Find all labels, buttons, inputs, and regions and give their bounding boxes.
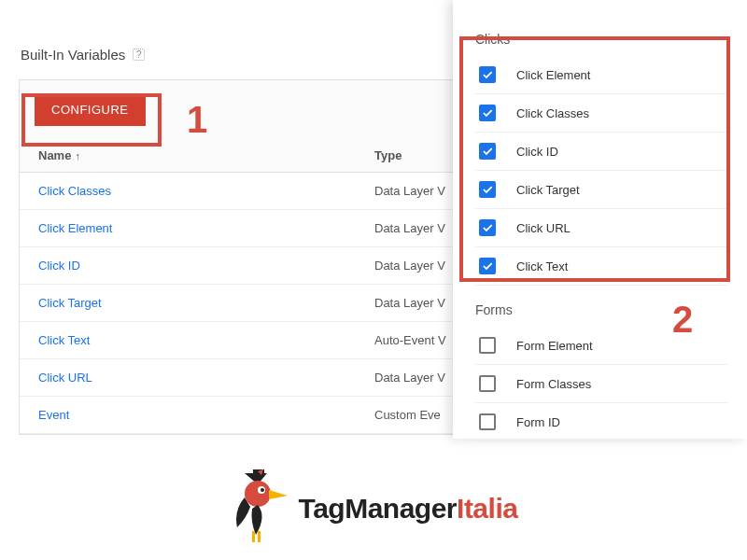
variable-link[interactable]: Click Classes [38, 184, 111, 198]
variable-link[interactable]: Click ID [38, 259, 80, 273]
svg-point-3 [245, 481, 271, 507]
option-label: Form ID [516, 415, 560, 429]
svg-marker-4 [269, 490, 288, 499]
help-icon[interactable]: ? [133, 49, 145, 61]
variable-link[interactable]: Click Element [38, 221, 112, 235]
svg-rect-7 [252, 531, 255, 542]
option-label: Form Element [516, 339, 593, 353]
checkbox-icon[interactable] [479, 375, 496, 392]
variable-link[interactable]: Click Text [38, 333, 90, 347]
variable-link[interactable]: Event [38, 408, 69, 422]
option-label: Form Classes [516, 377, 591, 391]
callout-box-1 [21, 93, 162, 147]
section-title-text: Built-In Variables [21, 47, 125, 63]
sort-arrow-icon: ↑ [75, 150, 80, 161]
column-header-name[interactable]: Name ↑ [38, 148, 374, 162]
svg-point-6 [261, 488, 264, 492]
logo-bar: TagManagerItalia [0, 457, 747, 560]
callout-number-2: 2 [672, 299, 693, 341]
svg-rect-8 [258, 531, 261, 542]
option-row[interactable]: Form ID [475, 403, 728, 441]
variable-link[interactable]: Click URL [38, 371, 92, 385]
option-row[interactable]: Form Classes [475, 365, 728, 403]
callout-number-1: 1 [187, 99, 207, 141]
variable-link[interactable]: Click Target [38, 296, 102, 310]
logo-text: TagManagerItalia [299, 493, 518, 525]
checkbox-icon[interactable] [479, 413, 496, 430]
woodpecker-icon [230, 469, 288, 548]
checkbox-icon[interactable] [479, 337, 496, 354]
callout-box-2 [459, 36, 730, 282]
